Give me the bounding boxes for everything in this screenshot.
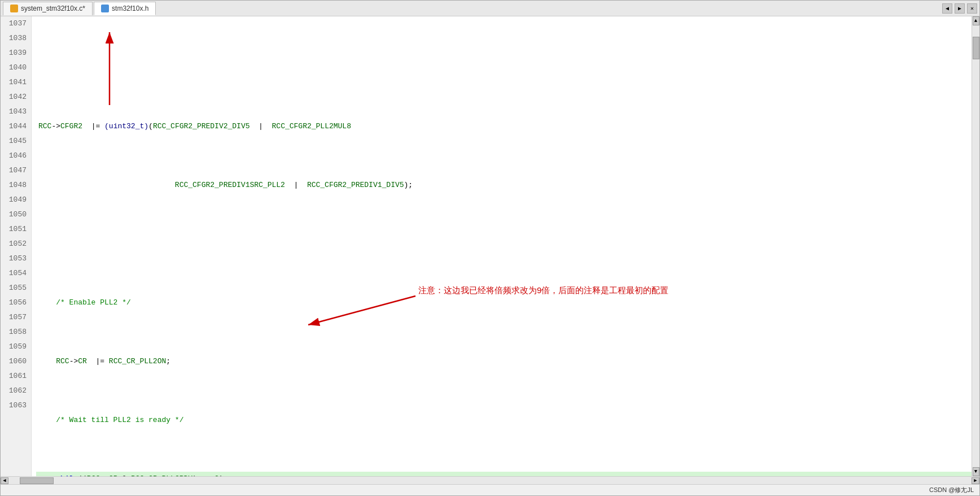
tab-controls: ◀ ▶ ✕ [942, 3, 977, 14]
tab-icon-c [10, 5, 18, 12]
tab-scroll-left[interactable]: ◀ [942, 3, 952, 14]
status-bar: CSDN @修尢JL [1, 484, 979, 495]
tab-label-system: system_stm32f10x.c* [21, 5, 85, 12]
code-line-1040: /* Enable PLL2 */ [36, 295, 972, 310]
scroll-down-arrow[interactable]: ▼ [973, 467, 979, 476]
tab-scroll-right[interactable]: ▶ [955, 3, 965, 14]
scroll-up-arrow[interactable]: ▲ [973, 16, 979, 25]
scrollbar-thumb-v[interactable] [973, 37, 979, 59]
scrollbar-horizontal[interactable]: ◀ ▶ [1, 476, 979, 484]
tab-bar: system_stm32f10x.c* stm32f10x.h ◀ ▶ ✕ [1, 1, 979, 16]
code-area: 1037 1038 1039 1040 1041 1042 1043 1044 … [1, 16, 979, 476]
tab-stm32f10x[interactable]: stm32f10x.h [94, 2, 156, 15]
code-line-1041: RCC->CR |= RCC_CR_PLL2ON; [36, 354, 972, 369]
code-line-1043: while((RCC->CR & RCC_CR_PLL2RDY) == 0) [36, 472, 972, 476]
code-line-1038: RCC_CFGR2_PREDIV1SRC_PLL2 | RCC_CFGR2_PR… [36, 178, 972, 193]
code-line-1037: RCC->CFGR2 |= (uint32_t)(RCC_CFGR2_PREDI… [36, 119, 972, 134]
scroll-left-arrow[interactable]: ◀ [1, 477, 8, 484]
main-window: system_stm32f10x.c* stm32f10x.h ◀ ▶ ✕ 10… [0, 0, 980, 496]
tab-system-stm32[interactable]: system_stm32f10x.c* [3, 2, 93, 15]
scroll-right-arrow[interactable]: ▶ [972, 477, 979, 484]
status-right-text: CSDN @修尢JL [929, 486, 974, 494]
svg-text:注意：这边我已经将倍频求改为9倍，后面的注释是工程最初的配置: 注意：这边我已经将倍频求改为9倍，后面的注释是工程最初的配置 [418, 285, 668, 295]
line-numbers: 1037 1038 1039 1040 1041 1042 1043 1044 … [1, 16, 32, 476]
code-line-1039 [36, 237, 972, 251]
tab-label-h: stm32f10x.h [112, 5, 148, 12]
annotations-overlay: 注意：这边我已经将倍频求改为9倍，后面的注释是工程最初的配置 [32, 16, 972, 434]
scrollbar-vertical[interactable]: ▲ ▼ [972, 16, 979, 476]
tab-close[interactable]: ✕ [967, 3, 977, 14]
code-content[interactable]: 注意：这边我已经将倍频求改为9倍，后面的注释是工程最初的配置 RCC->CFGR… [32, 16, 972, 476]
scrollbar-thumb-h[interactable] [20, 477, 54, 484]
tab-icon-h [101, 5, 109, 12]
code-line-1042: /* Wait till PLL2 is ready */ [36, 413, 972, 428]
